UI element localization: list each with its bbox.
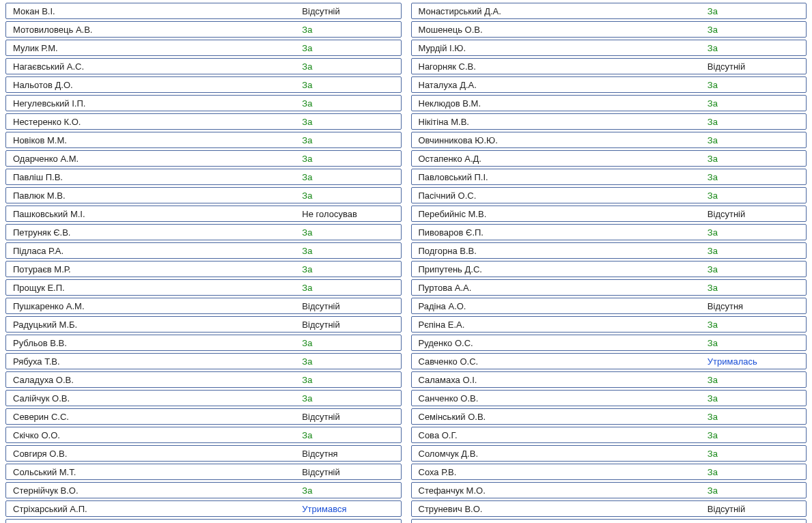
deputy-name: Павловський П.І. [412, 169, 703, 185]
vote-value: За [298, 243, 400, 259]
vote-value: Відсутній [298, 409, 400, 425]
vote-value: За [703, 243, 806, 259]
deputy-name: Рябуха Т.В. [6, 354, 298, 369]
vote-value: Відсутній [298, 298, 400, 314]
vote-value: Відсутній [703, 59, 806, 74]
table-row: Павліш П.В.За [5, 169, 402, 185]
deputy-name: Стернійчук В.О. [6, 483, 298, 498]
deputy-name: Стріхарський А.П. [6, 501, 298, 517]
deputy-name: Нагаєвський А.С. [6, 59, 298, 74]
vote-value: За [703, 317, 806, 333]
vote-value: За [703, 40, 806, 56]
table-row: Павловський П.І.За [411, 169, 807, 185]
deputy-name: Соломчук Д.В. [412, 446, 703, 462]
vote-value: За [298, 77, 400, 93]
deputy-name: Санченко О.В. [412, 391, 703, 406]
deputy-name: Пуртова А.А. [412, 280, 703, 296]
deputy-name: Подгорна В.В. [412, 243, 703, 259]
deputy-name: Струневич В.О. [412, 501, 703, 517]
vote-value: За [298, 188, 400, 203]
table-row: Сова О.Г.За [411, 427, 807, 443]
deputy-name: Нікітіна М.В. [412, 114, 703, 130]
vote-value: За [298, 96, 400, 111]
deputy-name: Руденко О.С. [412, 335, 703, 351]
vote-value: За [703, 96, 806, 111]
table-row: Савченко О.С.Утрималась [411, 353, 807, 369]
vote-value: За [703, 483, 806, 498]
deputy-name: Пушкаренко А.М. [6, 298, 298, 314]
table-row: Скічко О.О.За [5, 427, 402, 443]
table-row: Мотовиловець А.В.За [5, 21, 402, 38]
table-row: Нальотов Д.О.За [5, 76, 402, 93]
table-row: Соха Р.В.За [411, 464, 807, 480]
vote-value: За [298, 335, 400, 351]
table-row: Сушко П.М.За [5, 519, 402, 523]
deputy-name: Петруняк Є.В. [6, 225, 298, 240]
table-row: Нікітіна М.В.За [411, 113, 807, 130]
deputy-name: Нестеренко К.О. [6, 114, 298, 130]
deputy-name: Семінський О.В. [412, 409, 703, 425]
vote-value: За [703, 335, 806, 351]
table-row: Радіна А.О.Відсутня [411, 298, 807, 314]
vote-value: За [703, 391, 806, 406]
vote-value: Відсутня [298, 446, 400, 462]
vote-value: За [298, 427, 400, 443]
deputy-name: Остапенко А.Д. [412, 151, 703, 167]
table-row: Северин С.С.Відсутній [5, 408, 402, 425]
table-row: Стріхарський А.П.Утримався [5, 500, 402, 517]
vote-value: За [703, 188, 806, 203]
deputy-name: Пасічний О.С. [412, 188, 703, 203]
vote-value: За [703, 520, 806, 524]
vote-value: За [298, 22, 400, 38]
table-row: Монастирський Д.А.За [411, 3, 807, 19]
vote-value: За [703, 114, 806, 130]
deputy-name: Потураєв М.Р. [6, 262, 298, 277]
vote-value: За [703, 132, 806, 148]
deputy-name: Рєпіна Е.А. [412, 317, 703, 333]
vote-value: За [298, 40, 400, 56]
deputy-name: Сольський М.Т. [6, 464, 298, 480]
deputy-name: Мошенець О.В. [412, 22, 703, 38]
vote-value: За [703, 151, 806, 167]
table-row: Санченко О.В.За [411, 390, 807, 406]
table-row: Саламаха О.І.За [411, 371, 807, 388]
table-row: Радуцький М.Б.Відсутній [5, 316, 402, 333]
table-row: Павлюк М.В.За [5, 187, 402, 203]
deputy-name: Рубльов В.В. [6, 335, 298, 351]
deputy-name: Перебийніс М.В. [412, 206, 703, 222]
vote-value: За [703, 225, 806, 240]
deputy-name: Пивоваров Є.П. [412, 225, 703, 240]
table-row: Новіков М.М.За [5, 132, 402, 148]
table-row: Остапенко А.Д.За [411, 150, 807, 167]
deputy-name: Саламаха О.І. [412, 372, 703, 388]
table-row: Мурдій І.Ю.За [411, 40, 807, 56]
right-column: Монастирський Д.А.ЗаМошенець О.В.ЗаМурді… [411, 3, 807, 523]
deputy-name: Радіна А.О. [412, 298, 703, 314]
table-row: Соломчук Д.В.За [411, 445, 807, 462]
deputy-name: Совгиря О.В. [6, 446, 298, 462]
deputy-name: Салійчук О.В. [6, 391, 298, 406]
deputy-name: Саладуха О.В. [6, 372, 298, 388]
vote-value: За [298, 372, 400, 388]
vote-value: Відсутній [703, 501, 806, 517]
table-row: Стернійчук В.О.За [5, 482, 402, 498]
deputy-name: Соха Р.В. [412, 464, 703, 480]
vote-value: Утримався [298, 501, 400, 517]
vote-value: За [298, 391, 400, 406]
vote-value: За [298, 262, 400, 277]
table-row: Рєпіна Е.А.За [411, 316, 807, 333]
deputy-name: Стефанчук М.О. [412, 483, 703, 498]
vote-value: За [298, 520, 400, 524]
deputy-name: Сова О.Г. [412, 427, 703, 443]
vote-value: За [703, 3, 806, 19]
table-row: Струневич В.О.Відсутній [411, 500, 807, 517]
vote-value: За [703, 262, 806, 277]
vote-value: За [703, 169, 806, 185]
deputy-name: Овчинникова Ю.Ю. [412, 132, 703, 148]
deputy-name: Підласа Р.А. [6, 243, 298, 259]
vote-value: Відсутній [703, 206, 806, 222]
table-row: Пивоваров Є.П.За [411, 224, 807, 240]
deputy-name: Мотовиловець А.В. [6, 22, 298, 38]
table-row: Овчинникова Ю.Ю.За [411, 132, 807, 148]
deputy-name: Негулевський І.П. [6, 96, 298, 111]
